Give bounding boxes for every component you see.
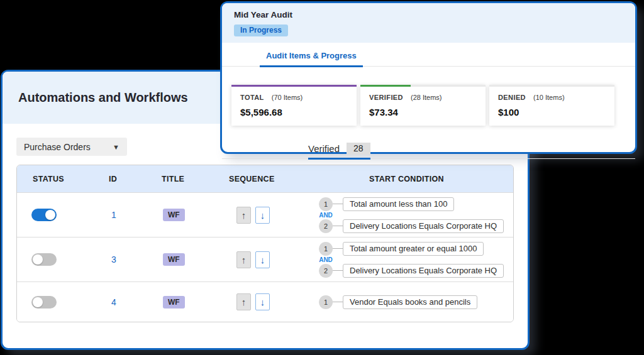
card-label: VERIFIED xyxy=(369,94,403,101)
verified-progress-bar xyxy=(360,85,486,87)
table-row: 3 WF ↑ ↓ 1 Total amount greater or equal… xyxy=(17,237,513,281)
up-arrow-icon: ↑ xyxy=(242,297,247,307)
condition-connector xyxy=(333,248,343,249)
card-count: (28 Items) xyxy=(411,94,442,101)
toggle-knob xyxy=(45,210,55,220)
column-start-condition: START CONDITION xyxy=(316,175,513,183)
audit-tab-bar: Audit Items & Progress xyxy=(222,43,635,67)
up-arrow-icon: ↑ xyxy=(242,254,247,265)
move-up-button[interactable]: ↑ xyxy=(236,251,251,268)
audit-title: Mid Year Audit xyxy=(234,10,623,19)
sub-tab-bar: Verified 28 xyxy=(222,139,635,159)
card-label: DENIED xyxy=(498,94,526,101)
up-arrow-icon: ↑ xyxy=(242,210,247,221)
card-label: TOTAL xyxy=(240,94,264,101)
and-operator-label: AND xyxy=(319,256,333,263)
sub-tab-verified[interactable]: Verified 28 xyxy=(308,143,370,160)
workflow-id-link[interactable]: 3 xyxy=(111,254,116,265)
step-circle: 2 xyxy=(319,264,333,278)
chevron-down-icon: ▼ xyxy=(113,143,119,151)
card-value: $73.34 xyxy=(369,107,477,117)
toggle-knob xyxy=(33,297,43,307)
canvas: { "audit_panel": { "title": "Mid Year Au… xyxy=(0,0,644,355)
table-row: 4 WF ↑ ↓ 1 Vendor Equals books and penci… xyxy=(17,281,513,322)
stat-card-total[interactable]: TOTAL (70 Items) $5,596.68 xyxy=(231,85,357,126)
move-down-button[interactable]: ↓ xyxy=(255,293,270,310)
audit-panel: Mid Year Audit In Progress Audit Items &… xyxy=(220,1,637,154)
condition-box[interactable]: Total amount less than 100 xyxy=(343,197,454,211)
status-toggle[interactable] xyxy=(31,296,57,309)
toggle-knob xyxy=(33,254,43,265)
column-sequence: SEQUENCE xyxy=(215,175,316,183)
condition-connector xyxy=(333,270,343,271)
card-count: (70 Items) xyxy=(272,94,303,101)
workflows-table: STATUS ID TITLE SEQUENCE START CONDITION… xyxy=(16,165,514,322)
tab-audit-items-progress[interactable]: Audit Items & Progress xyxy=(260,51,363,67)
card-value: $5,596.68 xyxy=(240,107,348,117)
stat-card-verified[interactable]: VERIFIED (28 Items) $73.34 xyxy=(360,85,486,126)
stat-card-denied[interactable]: DENIED (10 Items) $100 xyxy=(489,85,614,126)
step-circle: 1 xyxy=(319,242,333,256)
card-value: $100 xyxy=(498,107,606,117)
denied-progress-bar xyxy=(489,85,614,87)
move-up-button[interactable]: ↑ xyxy=(236,293,251,310)
condition-box[interactable]: Delivery Locations Equals Corporate HQ xyxy=(343,219,504,233)
step-circle: 2 xyxy=(319,219,333,233)
condition-box[interactable]: Total amount greater or equal 1000 xyxy=(343,242,484,256)
and-operator-label: AND xyxy=(319,212,333,219)
step-circle: 1 xyxy=(319,295,333,309)
wf-badge: WF xyxy=(163,296,185,309)
status-toggle[interactable] xyxy=(31,253,57,266)
condition-connector xyxy=(333,302,343,302)
column-title: TITLE xyxy=(149,175,215,183)
stat-cards-row: TOTAL (70 Items) $5,596.68 VERIFIED (28 … xyxy=(231,85,614,126)
purchase-orders-dropdown[interactable]: Purchase Orders ▼ xyxy=(16,138,127,156)
card-count: (10 Items) xyxy=(533,94,565,101)
table-header-row: STATUS ID TITLE SEQUENCE START CONDITION xyxy=(17,165,513,192)
audit-panel-header: Mid Year Audit In Progress xyxy=(222,3,635,43)
workflow-id-link[interactable]: 4 xyxy=(111,297,116,307)
status-toggle[interactable] xyxy=(31,209,57,221)
table-row: 1 WF ↑ ↓ 1 Total amount less than 100 AN… xyxy=(17,192,513,237)
condition-connector xyxy=(333,226,343,226)
step-circle: 1 xyxy=(319,197,333,211)
page-title: Automations and Workflows xyxy=(3,90,188,105)
down-arrow-icon: ↓ xyxy=(260,210,265,221)
move-up-button[interactable]: ↑ xyxy=(236,207,251,224)
down-arrow-icon: ↓ xyxy=(260,297,265,307)
condition-box[interactable]: Vendor Equals books and pencils xyxy=(343,295,477,309)
move-down-button[interactable]: ↓ xyxy=(255,251,270,268)
wf-badge: WF xyxy=(163,253,185,266)
condition-box[interactable]: Delivery Locations Equals Corporate HQ xyxy=(343,264,504,278)
column-status: STATUS xyxy=(17,175,94,183)
dropdown-value: Purchase Orders xyxy=(24,142,91,152)
down-arrow-icon: ↓ xyxy=(260,254,265,265)
move-down-button[interactable]: ↓ xyxy=(255,207,270,224)
column-id: ID xyxy=(94,175,149,183)
wf-badge: WF xyxy=(163,209,185,221)
workflow-id-link[interactable]: 1 xyxy=(111,210,116,220)
sub-tab-count-badge: 28 xyxy=(347,143,370,155)
sub-tab-label: Verified xyxy=(308,143,340,154)
status-badge: In Progress xyxy=(234,25,288,36)
total-progress-bar xyxy=(231,85,357,87)
condition-connector xyxy=(333,204,343,204)
